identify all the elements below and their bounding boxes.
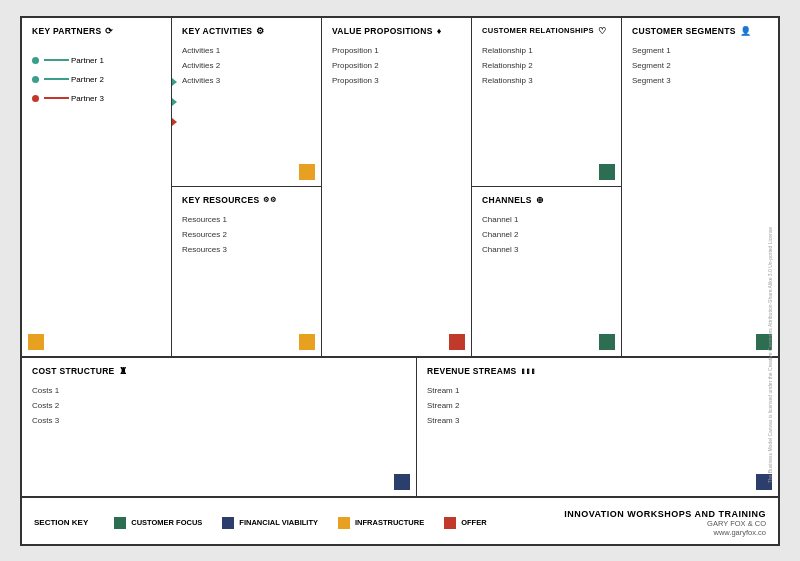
resources-1: Resources 1 (182, 213, 311, 227)
seg-1: Segment 1 (632, 44, 768, 58)
resources-3: Resources 3 (182, 243, 311, 257)
prop-1: Proposition 1 (332, 44, 461, 58)
vp-icon: ♦ (437, 26, 442, 36)
partners-icon: ⟳ (105, 26, 113, 36)
partner-1-label: Partner 1 (71, 56, 104, 65)
partners-corner-square (28, 334, 44, 350)
partner-1-dot (32, 57, 39, 64)
key-resources-content: Resources 1 Resources 2 Resources 3 (182, 213, 311, 258)
stream-3: Stream 3 (427, 414, 768, 428)
resources-corner-square (299, 334, 315, 350)
legend-offer: OFFER (444, 517, 486, 529)
channel-3: Channel 3 (482, 243, 611, 257)
branding: INNOVATION WORKSHOPS AND TRAINING GARY F… (564, 509, 766, 537)
cost-structure-content: Costs 1 Costs 2 Costs 3 (32, 384, 406, 429)
activities-2: Activities 2 (182, 59, 311, 73)
partner-2-dot (32, 76, 39, 83)
offer-swatch (444, 517, 456, 529)
channels-icon: ⊕ (536, 195, 544, 205)
stream-1: Stream 1 (427, 384, 768, 398)
cs-icon2: ♜ (119, 366, 127, 376)
key-partners-title: KEY PARTNERS ⟳ (32, 26, 161, 36)
rs-icon: ⫾⫾⫾ (521, 366, 537, 376)
seg-3: Segment 3 (632, 74, 768, 88)
cr-corner-square (599, 164, 615, 180)
cs-icon: 👤 (740, 26, 751, 36)
partner-list: Partner 1 Partner 2 Partner 3 (32, 56, 161, 103)
channels-content: Channel 1 Channel 2 Channel 3 (482, 213, 611, 258)
prop-2: Proposition 2 (332, 59, 461, 73)
legend-customer-focus: CUSTOMER FOCUS (114, 517, 202, 529)
channels-corner-square (599, 334, 615, 350)
partner-3-line (44, 97, 69, 99)
rel-1: Relationship 1 (482, 44, 611, 58)
rel-2: Relationship 2 (482, 59, 611, 73)
workshop-title: INNOVATION WORKSHOPS AND TRAINING (564, 509, 766, 519)
prop-3: Proposition 3 (332, 74, 461, 88)
customer-relationships-title: CUSTOMER RELATIONSHIPS ♡ (482, 26, 611, 36)
partner-3-label: Partner 3 (71, 94, 104, 103)
business-model-canvas: KEY PARTNERS ⟳ Partner 1 Partner 2 Pa (20, 16, 780, 546)
legend-infrastructure: INFRASTRUCTURE (338, 517, 424, 529)
customer-segments-title: CUSTOMER SEGMENTS 👤 (632, 26, 768, 36)
value-propositions-title: VALUE PROPOSITIONS ♦ (332, 26, 461, 36)
resources-icon: ⚙⚙ (263, 196, 276, 204)
vp-corner-square (449, 334, 465, 350)
channel-1: Channel 1 (482, 213, 611, 227)
resources-2: Resources 2 (182, 228, 311, 242)
partner-2-line (44, 78, 69, 80)
activities-corner-square (299, 164, 315, 180)
website: www.garyfox.co (564, 528, 766, 537)
stream-2: Stream 2 (427, 399, 768, 413)
cost-corner-square (394, 474, 410, 490)
key-activities-content: Activities 1 Activities 2 Activities 3 (182, 44, 311, 89)
channels-title: CHANNELS ⊕ (482, 195, 611, 205)
partner-1-line (44, 59, 69, 61)
activities-1: Activities 1 (182, 44, 311, 58)
customer-focus-swatch (114, 517, 126, 529)
infrastructure-swatch (338, 517, 350, 529)
customer-segments-content: Segment 1 Segment 2 Segment 3 (632, 44, 768, 89)
activities-3: Activities 3 (182, 74, 311, 88)
key-activities-title: KEY ACTIVITIES ⚙ (182, 26, 311, 36)
financial-swatch (222, 517, 234, 529)
partner-1-row: Partner 1 (32, 56, 161, 65)
cost-1: Costs 1 (32, 384, 406, 398)
partner-3-row: Partner 3 (32, 94, 161, 103)
legend-financial: FINANCIAL VIABILITY (222, 517, 318, 529)
section-key-label: SECTION KEY (34, 518, 88, 527)
partner-3-dot (32, 95, 39, 102)
key-resources-title: KEY RESOURCES ⚙⚙ (182, 195, 311, 205)
partner-2-row: Partner 2 (32, 75, 161, 84)
cost-structure-title: COST STRUCTURE ♜ (32, 366, 406, 376)
revenue-streams-content: Stream 1 Stream 2 Stream 3 (427, 384, 768, 429)
revenue-streams-title: REVENUE STREAMS ⫾⫾⫾ (427, 366, 768, 376)
partner-2-label: Partner 2 (71, 75, 104, 84)
cost-3: Costs 3 (32, 414, 406, 428)
company-name: GARY FOX & CO (564, 519, 766, 528)
channel-2: Channel 2 (482, 228, 611, 242)
footer: SECTION KEY CUSTOMER FOCUS FINANCIAL VIA… (22, 498, 778, 548)
cr-icon: ♡ (598, 26, 606, 36)
cost-2: Costs 2 (32, 399, 406, 413)
seg-2: Segment 2 (632, 59, 768, 73)
watermark-text: The Business Model Canvas is licensed un… (767, 227, 773, 483)
rel-3: Relationship 3 (482, 74, 611, 88)
value-propositions-content: Proposition 1 Proposition 2 Proposition … (332, 44, 461, 89)
activities-icon: ⚙ (256, 26, 264, 36)
customer-relationships-content: Relationship 1 Relationship 2 Relationsh… (482, 44, 611, 89)
